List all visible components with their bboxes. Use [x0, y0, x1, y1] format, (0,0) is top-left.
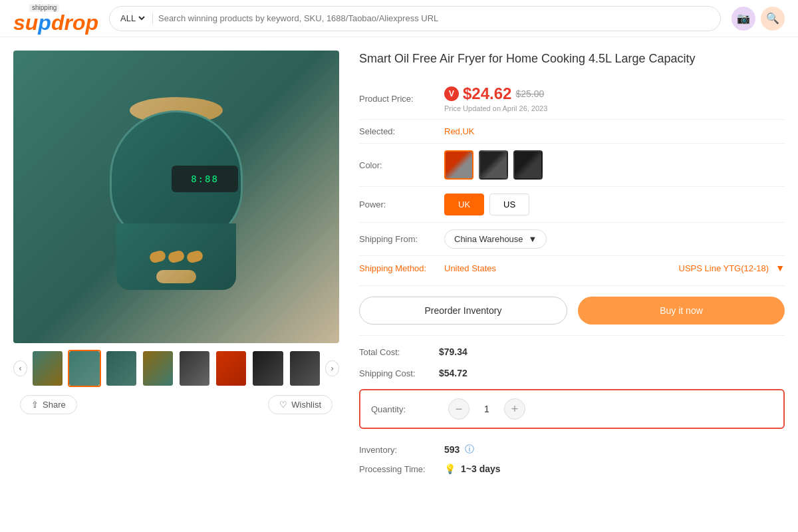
thumb-image-5 — [180, 351, 209, 386]
selected-label: Selected: — [359, 126, 439, 136]
v-badge: V — [444, 86, 459, 101]
shipping-from-label: Shipping From: — [359, 234, 439, 244]
power-options: UK US — [444, 194, 529, 215]
thumb-image-1 — [33, 351, 63, 386]
header: shipping supdrop ALL 📷 🔍 — [0, 0, 798, 37]
left-panel: 8:88 ‹ — [13, 51, 339, 483]
shipping-cost-label: Shipping Cost: — [359, 368, 439, 378]
info-circle-icon[interactable]: ⓘ — [465, 444, 474, 456]
inventory-row: Inventory: 593 ⓘ — [359, 440, 785, 460]
thumb-image-4 — [143, 351, 173, 386]
thumbnail-5[interactable] — [178, 350, 211, 387]
shipping-from-dropdown[interactable]: China Warehouse ▼ — [444, 229, 547, 249]
shipping-from-value: China Warehouse — [454, 234, 523, 244]
thumb-prev-button[interactable]: ‹ — [13, 360, 27, 376]
action-buttons: Preorder Inventory Buy it now — [359, 285, 785, 336]
wishlist-label: Wishlist — [291, 400, 321, 410]
search-bar: ALL — [109, 6, 721, 31]
inventory-label: Inventory: — [359, 445, 439, 455]
inventory-value: 593 — [444, 444, 460, 455]
share-button[interactable]: ⇧ Share — [20, 395, 77, 414]
current-price: $24.62 — [463, 84, 511, 103]
thumb-image-6 — [216, 351, 246, 386]
wishlist-button[interactable]: ♡ Wishlist — [268, 395, 332, 414]
food-item — [148, 249, 166, 264]
total-cost-value: $79.34 — [439, 346, 467, 357]
quantity-section: Quantity: − 1 + — [359, 389, 785, 429]
thumbnail-4[interactable] — [142, 350, 174, 387]
shipping-method-label: Shipping Method: — [359, 263, 439, 273]
shipping-cost-row: Shipping Cost: $54.72 — [359, 362, 785, 384]
right-panel: Smart Oil Free Air Fryer for Home Cookin… — [359, 51, 785, 483]
search-input[interactable] — [158, 13, 712, 23]
power-us-button[interactable]: US — [489, 194, 529, 215]
food-item — [186, 249, 203, 264]
original-price: $25.00 — [515, 88, 544, 99]
search-button[interactable]: 🔍 — [761, 7, 785, 31]
quantity-increase-button[interactable]: + — [504, 398, 525, 420]
quantity-decrease-button[interactable]: − — [448, 398, 469, 420]
main-content: 8:88 ‹ — [0, 37, 798, 497]
thumb-image-7 — [253, 351, 283, 386]
thumb-image-3 — [106, 351, 136, 386]
quantity-controls: − 1 + — [448, 398, 525, 420]
color-options — [444, 150, 543, 180]
power-row: Power: UK US — [359, 187, 785, 223]
camera-search-button[interactable]: 📷 — [732, 7, 755, 31]
product-price-row: Product Price: V $24.62 $25.00 Price Upd… — [359, 78, 785, 120]
color-swatch-red[interactable] — [444, 150, 473, 180]
logo: shipping supdrop — [13, 4, 98, 33]
heart-icon: ♡ — [279, 400, 287, 410]
color-swatch-black1[interactable] — [479, 150, 508, 180]
fryer-handle — [156, 270, 196, 283]
share-label: Share — [43, 400, 66, 410]
price-updated: Price Updated on April 26, 2023 — [444, 104, 547, 112]
quantity-label: Quantity: — [371, 404, 438, 414]
product-main-image: 8:88 — [13, 51, 339, 343]
search-divider — [152, 13, 153, 25]
logo-text: supdrop — [13, 12, 98, 33]
thumbnail-7[interactable] — [251, 350, 284, 387]
food-item — [167, 249, 185, 264]
quantity-value: 1 — [480, 404, 493, 414]
product-illustration: 8:88 — [83, 90, 269, 303]
total-cost-label: Total Cost: — [359, 347, 439, 357]
total-cost-row: Total Cost: $79.34 — [359, 341, 785, 362]
fryer-display: 8:88 — [172, 166, 238, 192]
thumbnail-8[interactable] — [289, 350, 321, 387]
thumb-next-button[interactable]: › — [325, 360, 339, 376]
buy-now-button[interactable]: Buy it now — [578, 297, 785, 325]
bottom-info: Inventory: 593 ⓘ Processing Time: 💡 1~3 … — [359, 434, 785, 483]
price-label: Product Price: — [359, 94, 439, 104]
product-title: Smart Oil Free Air Fryer for Home Cookin… — [359, 51, 785, 67]
thumbnail-row: ‹ › — [13, 350, 339, 387]
shipping-country: United States — [444, 263, 496, 273]
processing-days: 1~3 days — [461, 464, 501, 474]
color-swatch-black2[interactable] — [513, 150, 543, 180]
share-icon: ⇧ — [31, 400, 39, 410]
thumbnail-2[interactable] — [68, 350, 100, 387]
action-row: ⇧ Share ♡ Wishlist — [13, 395, 339, 414]
processing-row: Processing Time: 💡 1~3 days — [359, 460, 785, 478]
selected-value: Red,UK — [444, 126, 475, 136]
price-section: V $24.62 $25.00 Price Updated on April 2… — [444, 84, 547, 112]
header-icons: 📷 🔍 — [732, 7, 785, 31]
search-category-select[interactable]: ALL — [118, 13, 147, 24]
shipping-detail: United States USPS Line YTG(12-18) ▼ — [444, 263, 785, 273]
food-items — [150, 251, 203, 262]
thumbnail-1[interactable] — [31, 350, 64, 387]
thumbnail-6[interactable] — [215, 350, 247, 387]
processing-label: Processing Time: — [359, 464, 439, 474]
shipping-method-row: Shipping Method: United States USPS Line… — [359, 256, 785, 280]
color-label: Color: — [359, 160, 439, 170]
selected-row: Selected: Red,UK — [359, 120, 785, 144]
power-uk-button[interactable]: UK — [444, 194, 484, 215]
thumbnail-3[interactable] — [105, 350, 138, 387]
color-row: Color: — [359, 144, 785, 187]
shipping-method-value: USPS Line YTG(12-18) — [679, 263, 769, 273]
shipping-from-row: Shipping From: China Warehouse ▼ — [359, 223, 785, 256]
lightbulb-icon: 💡 — [444, 464, 456, 474]
price-info-col: V $24.62 $25.00 Price Updated on April 2… — [444, 84, 547, 112]
preorder-inventory-button[interactable]: Preorder Inventory — [359, 297, 567, 325]
thumb-image-8 — [290, 351, 320, 386]
